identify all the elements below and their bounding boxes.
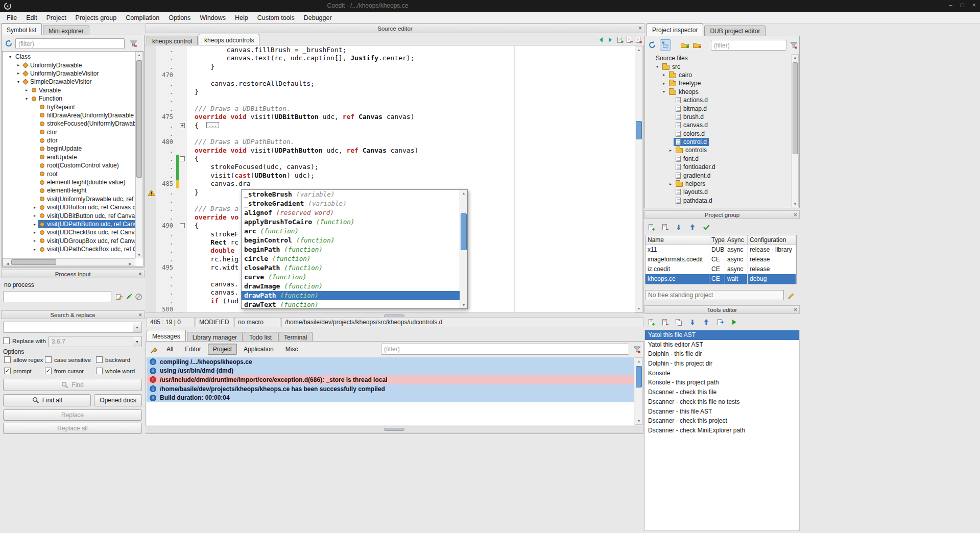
column-header-configuration[interactable]: Configuration <box>748 235 796 245</box>
menu-item-edit[interactable]: Edit <box>21 13 42 23</box>
code-line[interactable]: 475override void visit(UDBitButton udc, … <box>146 113 635 121</box>
tab-terminal[interactable]: Terminal <box>278 332 313 342</box>
run-group-icon[interactable] <box>701 222 712 233</box>
symbol-tree-item[interactable]: ▸visit(UDGroupBox udc, ref Canvas c <box>3 237 135 245</box>
file-tree-item[interactable]: font.d <box>646 155 792 163</box>
scroll-up-icon[interactable]: ▲ <box>635 359 642 363</box>
code-line[interactable]: . } <box>146 63 635 71</box>
completion-item[interactable]: alignof(reserved word) <box>242 208 460 217</box>
completion-item[interactable]: _strokeGradient(variable) <box>242 199 460 208</box>
symbol-tree-hscrollbar[interactable]: ◀ ▶ <box>3 258 135 266</box>
filter-toggle-project[interactable]: Project <box>208 344 237 355</box>
scroll-down-icon[interactable]: ▼ <box>136 253 142 257</box>
close-icon[interactable]: × <box>794 306 797 314</box>
checkbox-box[interactable] <box>4 356 11 363</box>
checkbox-whole-word[interactable]: whole word <box>96 368 143 374</box>
code-line[interactable]: 480/// Draws a UDPathButton. <box>146 138 635 146</box>
tool-item[interactable]: Dscanner - this file AST <box>645 407 799 417</box>
chevron-right-icon[interactable]: ▸ <box>15 71 21 76</box>
symbol-tree-item[interactable]: dtor <box>3 136 135 144</box>
remove-tool-icon[interactable] <box>659 317 671 328</box>
find-all-button[interactable]: Find all <box>3 394 91 406</box>
completion-item[interactable]: drawImage(function) <box>242 282 460 291</box>
symbol-tree-item[interactable]: ctor <box>3 128 135 136</box>
checkbox-case-sensitive[interactable]: case sensitive <box>45 356 96 363</box>
move-up-icon[interactable] <box>701 317 712 328</box>
tab-project-inspector[interactable]: Project inspector <box>647 23 703 36</box>
menu-item-help[interactable]: Help <box>230 13 253 23</box>
tool-item[interactable]: Yatol this editor AST <box>645 340 799 350</box>
symbol-tree-item[interactable]: endUpdate <box>3 153 135 161</box>
scrollbar-thumb[interactable] <box>136 60 142 178</box>
project-group-row[interactable]: x11DUBasyncrelease - library <box>646 245 796 255</box>
code-line[interactable]: .override void visit(UDPathButton udc, r… <box>146 147 635 155</box>
clone-tool-icon[interactable] <box>673 317 684 328</box>
search-term-combo[interactable]: ▼ <box>3 322 142 333</box>
symbol-tree-item[interactable]: ▸Variable <box>3 86 135 94</box>
filter-clear-icon[interactable] <box>631 344 642 355</box>
chevron-right-icon[interactable]: ▸ <box>23 88 30 92</box>
file-tree-item[interactable]: control.d <box>646 138 792 146</box>
filter-toggle-all[interactable]: All <box>161 344 178 355</box>
file-tree-item[interactable]: canvas.d <box>646 121 792 129</box>
file-tree-item[interactable]: ▸controls <box>646 146 792 154</box>
symbol-tree-item[interactable]: ▾SimpleDrawableVisitor <box>3 78 135 86</box>
completion-item[interactable]: applyBrushToCairo(function) <box>242 217 460 227</box>
chevron-down-icon[interactable]: ▾ <box>23 96 30 101</box>
completion-item[interactable]: _strokeBrush(variable) <box>242 190 460 199</box>
file-tree-item[interactable]: bitmap.d <box>646 104 792 112</box>
chevron-right-icon[interactable]: ▸ <box>667 182 674 186</box>
menu-item-windows[interactable]: Windows <box>195 13 230 23</box>
add-tool-icon[interactable] <box>646 317 657 328</box>
completion-item[interactable]: arc(function) <box>242 227 460 236</box>
fold-minus-icon[interactable]: - <box>180 156 185 161</box>
completion-scrollbar[interactable]: ▲ ▼ <box>460 190 467 308</box>
find-button[interactable]: Find <box>3 379 142 391</box>
symbol-tree-item[interactable]: ▸UniformlyDrawable <box>3 61 135 69</box>
completion-item[interactable]: beginPath(function) <box>242 245 460 254</box>
scrollbar-thumb[interactable] <box>461 213 467 250</box>
file-tree-item[interactable]: fontloader.d <box>646 163 792 171</box>
code-line[interactable]: . strokeFocused(udc, canvas); <box>146 163 635 171</box>
message-row[interactable]: !/usr/include/dmd/druntime/import/core/e… <box>147 375 634 384</box>
column-header-name[interactable]: Name <box>646 235 709 245</box>
close-document-icon[interactable] <box>633 34 644 45</box>
code-line[interactable]: .+{ ... <box>146 122 635 130</box>
messages-vscrollbar[interactable]: ▲ ▼ <box>635 357 643 425</box>
replace-with-checkbox[interactable]: Replace with <box>3 337 46 344</box>
chevron-right-icon[interactable]: ▸ <box>32 247 38 252</box>
splitter-grip[interactable] <box>384 428 404 431</box>
tab-messages[interactable]: Messages <box>147 330 186 342</box>
process-input-field[interactable] <box>3 291 111 302</box>
tab-library-manager[interactable]: Library manager <box>187 332 243 342</box>
completion-item[interactable]: closePath(function) <box>242 263 460 273</box>
file-tree-item[interactable]: ▸freetype <box>646 79 792 87</box>
code-line[interactable]: . canvas.restoreAllDefaults; <box>146 80 635 88</box>
code-line[interactable]: .-{ <box>146 155 635 163</box>
symbol-filter-input[interactable] <box>15 38 125 49</box>
message-row[interactable]: i/home/basile/dev/projects/kheops/kheops… <box>147 384 634 394</box>
scroll-up-icon[interactable]: ▲ <box>460 191 467 195</box>
tool-item[interactable]: Yatol this file AST <box>645 330 799 340</box>
cancel-icon[interactable] <box>133 291 144 302</box>
chevron-right-icon[interactable]: ▸ <box>661 81 667 86</box>
symbol-tree-item[interactable]: visit(UniformlyDrawable udc, ref C <box>3 195 135 203</box>
symbol-tree-item[interactable]: ▸visit(UDPathButton udc, ref Canvas <box>3 220 135 228</box>
tool-item[interactable]: Dolphin - this file dir <box>645 349 799 359</box>
project-group-row[interactable]: iz.coeditCEasyncrelease <box>646 264 796 274</box>
tab-dub-project-editor[interactable]: DUB project editor <box>704 26 766 36</box>
files-filter-input[interactable] <box>711 40 786 51</box>
scroll-down-icon[interactable]: ▼ <box>635 307 642 310</box>
code-line[interactable]: . visit(cast(UDButton) udc); <box>146 172 635 180</box>
column-header-type[interactable]: Type <box>709 235 725 245</box>
run-tool-icon[interactable] <box>728 317 739 328</box>
file-tree-item[interactable]: brush.d <box>646 113 792 121</box>
symbol-tree-item[interactable]: elementHeight(double value) <box>3 178 135 186</box>
symbol-tree-item[interactable]: ▸visit(UDBitButton udc, ref Canvas c <box>3 211 135 220</box>
scroll-right-icon[interactable]: ▶ <box>127 260 134 266</box>
close-icon[interactable]: × <box>138 311 142 319</box>
close-icon[interactable]: × <box>794 211 797 219</box>
menu-item-custom-tools[interactable]: Custom tools <box>253 13 299 23</box>
scroll-left-icon[interactable]: ◀ <box>4 260 11 266</box>
tab-symbol-list[interactable]: Symbol list <box>1 23 42 36</box>
